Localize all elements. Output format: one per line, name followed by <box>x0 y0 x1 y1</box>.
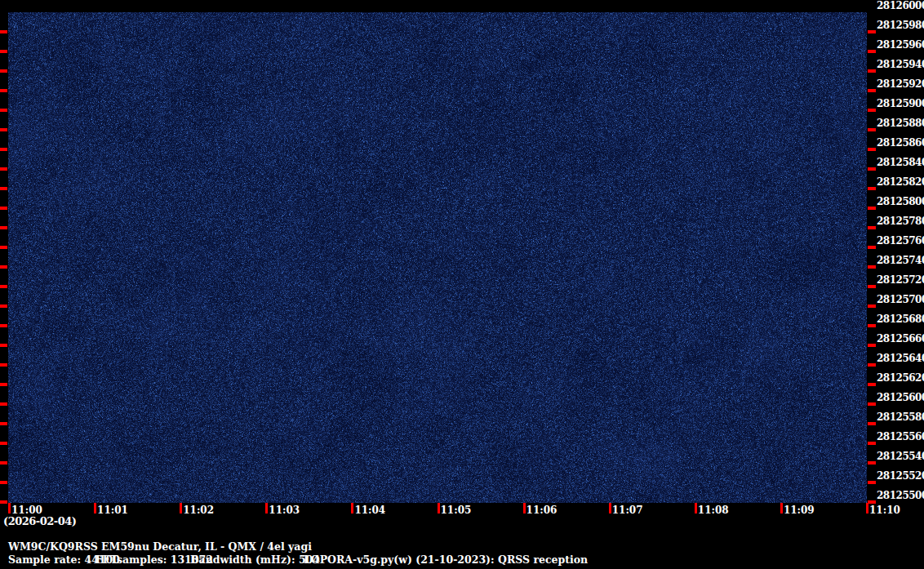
freq-tick-mark-left <box>0 226 7 229</box>
freq-tick-label: 28125660 <box>877 334 922 344</box>
freq-tick-mark-left <box>0 265 7 269</box>
freq-tick-mark-right <box>868 363 876 367</box>
freq-tick-mark-right <box>868 109 876 112</box>
time-tick-label: 11:06 <box>526 505 558 515</box>
freq-tick-label: 28125640 <box>877 353 922 363</box>
freq-tick-mark-left <box>0 500 7 504</box>
time-tick-label: 11:07 <box>612 505 643 515</box>
time-tick-mark <box>438 503 440 513</box>
time-tick-label: 11:02 <box>183 505 214 515</box>
settings-info-line: Sample rate: 44100 FFTsamples: 131072 Ba… <box>0 554 924 567</box>
freq-tick-mark-left <box>0 128 7 131</box>
freq-tick-mark-left <box>0 109 7 112</box>
freq-tick-mark-right <box>868 481 876 484</box>
time-tick-mark <box>523 503 526 513</box>
freq-tick-label: 28125780 <box>877 216 922 226</box>
freq-tick-mark-right <box>868 305 876 308</box>
time-tick-label: 11:00 <box>11 505 42 515</box>
freq-tick-label: 28125700 <box>877 295 922 305</box>
freq-tick-mark-left <box>0 285 7 288</box>
freq-tick-label: 28125840 <box>877 158 922 167</box>
time-tick-label: 11:03 <box>269 505 300 515</box>
time-tick-label: 11:01 <box>97 505 128 515</box>
freq-tick-label: 28125540 <box>877 451 922 461</box>
time-tick-mark <box>609 503 611 513</box>
freq-tick-mark-right <box>868 50 876 53</box>
freq-tick-label: 28125880 <box>877 118 922 128</box>
freq-tick-label: 28125900 <box>877 99 922 109</box>
freq-tick-label: 28125760 <box>877 236 922 246</box>
freq-tick-mark-left <box>0 363 7 367</box>
freq-tick-label: 28125800 <box>877 197 922 207</box>
freq-tick-mark-right <box>868 187 876 190</box>
freq-tick-mark-left <box>0 246 7 249</box>
freq-tick-label: 28125920 <box>877 79 922 89</box>
freq-tick-mark-right <box>868 69 876 73</box>
freq-tick-label: 28125820 <box>877 177 922 187</box>
time-tick-mark <box>351 503 353 513</box>
time-tick-mark <box>265 503 268 513</box>
freq-tick-mark-right <box>868 422 876 425</box>
time-tick-mark <box>180 503 182 513</box>
freq-tick-mark-right <box>868 442 876 445</box>
time-tick-label: 11:09 <box>784 505 815 515</box>
freq-tick-mark-right <box>868 148 876 151</box>
freq-tick-label: 28125740 <box>877 256 922 265</box>
freq-tick-mark-left <box>0 344 7 347</box>
freq-tick-mark-left <box>0 207 7 210</box>
date-annotation: (2026-02-04) <box>3 516 76 527</box>
freq-tick-mark-left <box>0 422 7 425</box>
station-info-line: WM9C/KQ9RSS EM59nu Decatur, IL - QMX / 4… <box>8 541 312 552</box>
freq-tick-mark-right <box>868 128 876 131</box>
freq-tick-mark-left <box>0 69 7 73</box>
freq-tick-mark-right <box>868 285 876 288</box>
time-tick-mark <box>695 503 697 513</box>
freq-tick-mark-right <box>868 500 876 504</box>
freq-tick-mark-right <box>868 383 876 386</box>
freq-tick-label: 28125500 <box>877 491 922 500</box>
freq-tick-label: 28125520 <box>877 471 922 481</box>
freq-tick-label: 28126000 <box>877 1 922 11</box>
freq-tick-label: 28125940 <box>877 60 922 69</box>
time-tick-label: 11:05 <box>441 505 472 515</box>
freq-tick-mark-right <box>868 30 876 33</box>
freq-tick-mark-right <box>868 207 876 210</box>
freq-tick-mark-left <box>0 305 7 308</box>
freq-tick-label: 28125860 <box>877 138 922 148</box>
time-tick-mark <box>866 503 868 513</box>
time-tick-label: 11:08 <box>698 505 729 515</box>
freq-tick-mark-left <box>0 481 7 484</box>
freq-tick-mark-left <box>0 148 7 151</box>
freq-tick-mark-right <box>868 402 876 406</box>
freq-tick-mark-right <box>868 265 876 269</box>
time-tick-label: 11:10 <box>869 505 900 515</box>
time-tick-mark <box>94 503 96 513</box>
spectrogram-waterfall <box>8 12 867 503</box>
freq-tick-label: 28125600 <box>877 393 922 402</box>
freq-tick-mark-right <box>868 324 876 327</box>
freq-tick-mark-left <box>0 89 7 92</box>
bandwidth-text: Bandwidth (mHz): 504 <box>190 554 320 565</box>
software-version-text: LOPORA-v5g.py(w) (21-10-2023): QRSS rece… <box>304 554 588 565</box>
freq-tick-mark-left <box>0 461 7 465</box>
freq-tick-mark-right <box>868 461 876 465</box>
freq-tick-mark-right <box>868 246 876 249</box>
time-tick-mark <box>780 503 783 513</box>
freq-tick-mark-left <box>0 50 7 53</box>
time-tick-mark <box>8 503 11 513</box>
freq-tick-mark-left <box>0 324 7 327</box>
freq-tick-label: 28125980 <box>877 20 922 30</box>
time-tick-label: 11:04 <box>354 505 385 515</box>
freq-tick-mark-left <box>0 167 7 171</box>
freq-tick-mark-right <box>868 344 876 347</box>
freq-tick-mark-left <box>0 402 7 406</box>
freq-tick-label: 28125580 <box>877 412 922 422</box>
freq-tick-mark-right <box>868 167 876 171</box>
freq-tick-label: 28125960 <box>877 40 922 50</box>
freq-tick-mark-left <box>0 383 7 386</box>
freq-tick-mark-left <box>0 442 7 445</box>
freq-tick-label: 28125720 <box>877 275 922 285</box>
qrss-spectrogram-screen: 2812600028125980281259602812594028125920… <box>0 0 924 569</box>
freq-tick-mark-left <box>0 187 7 190</box>
freq-tick-label: 28125620 <box>877 373 922 383</box>
